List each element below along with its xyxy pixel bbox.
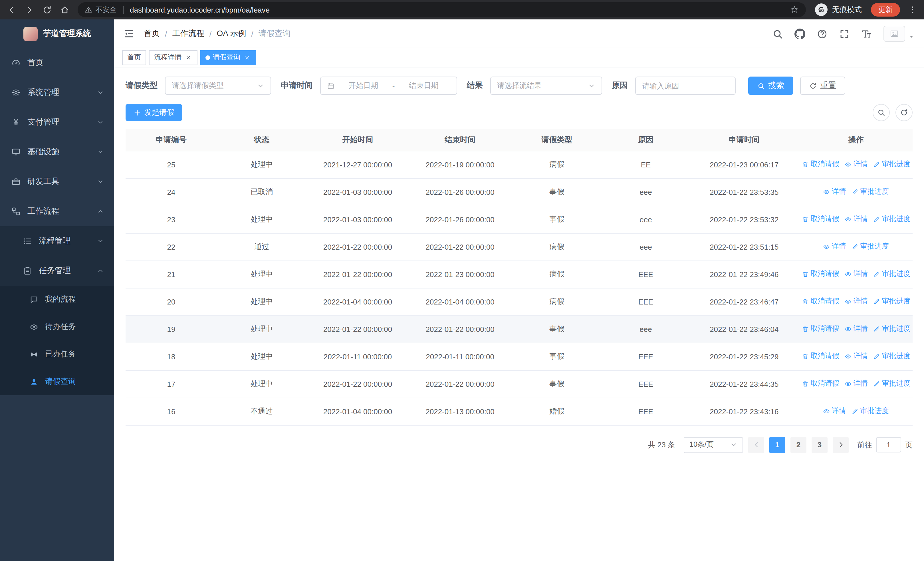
apply-time-range-picker[interactable]: 开始日期 - 结束日期 xyxy=(320,77,457,95)
sidebar-item-dev-tools[interactable]: 研发工具 xyxy=(0,167,114,197)
incognito-badge: 无痕模式 xyxy=(815,3,862,16)
sidebar-menu: 首页系统管理支付管理基础设施研发工具工作流程流程管理任务管理我的流程待办任务已办… xyxy=(0,48,114,561)
edit-icon xyxy=(873,381,880,387)
sidebar-item-infrastructure[interactable]: 基础设施 xyxy=(0,137,114,167)
view-detail-link[interactable]: 详情 xyxy=(845,269,868,279)
approval-progress-link[interactable]: 审批进度 xyxy=(873,215,910,224)
sidebar-item-payment-management[interactable]: 支付管理 xyxy=(0,107,114,137)
sidebar-item-my-process[interactable]: 我的流程 xyxy=(0,286,114,313)
browser-back-icon[interactable] xyxy=(7,5,16,15)
github-icon[interactable] xyxy=(795,28,805,39)
reason-input-wrap xyxy=(635,77,736,95)
browser-reload-icon[interactable] xyxy=(42,5,52,15)
browser-update-button[interactable]: 更新 xyxy=(871,3,900,17)
view-detail-link[interactable]: 详情 xyxy=(845,297,868,307)
sidebar-item-done-tasks[interactable]: 已办任务 xyxy=(0,340,114,368)
page-number-1[interactable]: 1 xyxy=(770,437,785,453)
approval-progress-link[interactable]: 审批进度 xyxy=(852,406,889,416)
view-detail-link[interactable]: 详情 xyxy=(823,406,846,416)
incognito-icon xyxy=(815,3,828,16)
cancel-leave-link[interactable]: 取消请假 xyxy=(802,297,839,307)
page-number-3[interactable]: 3 xyxy=(812,437,828,453)
sidebar-item-workflow[interactable]: 工作流程 xyxy=(0,197,114,226)
browser-menu-icon[interactable] xyxy=(908,5,917,14)
breadcrumb-item-1[interactable]: 工作流程 xyxy=(172,29,204,39)
leave-type-select[interactable]: 请选择请假类型 xyxy=(165,77,271,95)
address-bar[interactable]: 不安全 dashboard.yudao.iocoder.cn/bpm/oa/le… xyxy=(78,2,806,17)
approval-progress-link[interactable]: 审批进度 xyxy=(873,297,910,307)
view-detail-link[interactable]: 详情 xyxy=(845,160,868,169)
breadcrumb-item-2[interactable]: OA 示例 xyxy=(217,29,246,39)
prev-page-button[interactable] xyxy=(748,437,764,453)
chevron-down-icon xyxy=(730,441,737,448)
reset-button[interactable]: 重置 xyxy=(800,77,845,95)
cell-apply-time: 2022-01-22 23:44:35 xyxy=(689,370,799,398)
cell-actions: 取消请假详情审批进度 xyxy=(799,315,913,343)
sidebar-item-home[interactable]: 首页 xyxy=(0,48,114,78)
sidebar-item-pending-tasks[interactable]: 待办任务 xyxy=(0,313,114,340)
approval-progress-link[interactable]: 审批进度 xyxy=(852,242,889,252)
cancel-leave-link[interactable]: 取消请假 xyxy=(802,215,839,224)
browser-home-icon[interactable] xyxy=(60,5,70,15)
approval-progress-link[interactable]: 审批进度 xyxy=(873,324,910,334)
approval-progress-link[interactable]: 审批进度 xyxy=(873,379,910,389)
reason-input[interactable] xyxy=(642,81,729,90)
view-detail-link[interactable]: 详情 xyxy=(845,352,868,361)
action-label: 详情 xyxy=(831,242,846,252)
collapse-sidebar-icon[interactable] xyxy=(123,28,135,39)
approval-progress-link[interactable]: 审批进度 xyxy=(873,160,910,169)
font-size-icon[interactable] xyxy=(861,28,872,39)
site-security-status[interactable]: 不安全 xyxy=(84,5,117,15)
tab-leave-query[interactable]: 请假查询 xyxy=(200,50,256,65)
approval-progress-link[interactable]: 审批进度 xyxy=(873,269,910,279)
view-detail-link[interactable]: 详情 xyxy=(845,324,868,334)
breadcrumb-separator: / xyxy=(165,29,167,38)
view-detail-link[interactable]: 详情 xyxy=(845,379,868,389)
tab-close-icon[interactable] xyxy=(243,53,251,62)
action-label: 取消请假 xyxy=(811,379,839,389)
user-avatar[interactable] xyxy=(884,26,915,42)
cancel-leave-link[interactable]: 取消请假 xyxy=(802,379,839,389)
cancel-leave-link[interactable]: 取消请假 xyxy=(802,324,839,334)
refresh-table-button[interactable] xyxy=(896,104,913,121)
cell-apply-time: 2022-01-22 23:43:16 xyxy=(689,398,799,425)
goto-page-input[interactable] xyxy=(876,437,901,453)
create-leave-button[interactable]: 发起请假 xyxy=(126,104,182,121)
fullscreen-icon[interactable] xyxy=(839,28,850,39)
next-page-button[interactable] xyxy=(832,437,849,453)
toggle-search-button[interactable] xyxy=(873,104,890,121)
cancel-leave-link[interactable]: 取消请假 xyxy=(802,352,839,361)
goto-page: 前往 页 xyxy=(857,437,913,453)
cancel-leave-link[interactable]: 取消请假 xyxy=(802,269,839,279)
search-button[interactable]: 搜索 xyxy=(748,77,793,95)
tab-home[interactable]: 首页 xyxy=(122,50,146,65)
browser-forward-icon[interactable] xyxy=(24,5,34,15)
tab-close-icon[interactable] xyxy=(184,53,192,62)
cell-leave-type: 病假 xyxy=(511,151,602,178)
page-size-select[interactable]: 10条/页 xyxy=(684,437,743,453)
view-detail-link[interactable]: 详情 xyxy=(823,242,846,252)
tab-process-detail[interactable]: 流程详情 xyxy=(149,50,198,65)
cell-end-time: 2022-01-19 00:00:00 xyxy=(409,151,512,178)
search-icon[interactable] xyxy=(772,28,783,39)
cancel-leave-link[interactable]: 取消请假 xyxy=(802,160,839,169)
sidebar-item-label: 我的流程 xyxy=(45,294,76,304)
cell-end-time: 2022-01-22 00:00:00 xyxy=(409,370,512,398)
cell-id: 23 xyxy=(126,206,217,233)
result-select[interactable]: 请选择流结果 xyxy=(490,77,602,95)
column-header: 结束时间 xyxy=(409,129,512,151)
breadcrumb-item-0[interactable]: 首页 xyxy=(144,29,160,39)
view-detail-link[interactable]: 详情 xyxy=(845,215,868,224)
question-icon[interactable] xyxy=(817,28,828,39)
eye-icon xyxy=(845,298,852,305)
sidebar-item-process-management[interactable]: 流程管理 xyxy=(0,226,114,256)
sidebar-item-system-management[interactable]: 系统管理 xyxy=(0,78,114,107)
sidebar-item-task-management[interactable]: 任务管理 xyxy=(0,256,114,286)
sidebar-item-leave-query[interactable]: 请假查询 xyxy=(0,368,114,396)
approval-progress-link[interactable]: 审批进度 xyxy=(873,352,910,361)
cell-start-time: 2022-01-22 00:00:00 xyxy=(306,260,409,288)
page-number-2[interactable]: 2 xyxy=(790,437,806,453)
approval-progress-link[interactable]: 审批进度 xyxy=(852,187,889,197)
bookmark-star-icon[interactable] xyxy=(790,5,799,14)
view-detail-link[interactable]: 详情 xyxy=(823,187,846,197)
